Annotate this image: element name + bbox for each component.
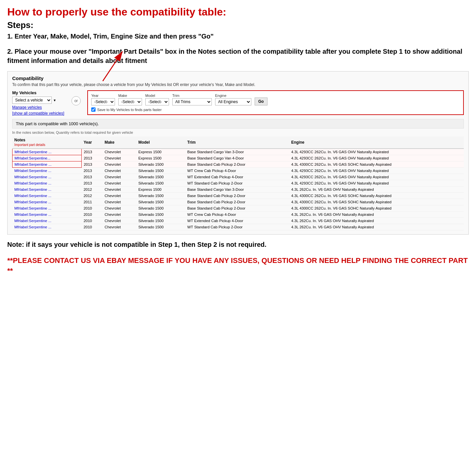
ymm-row: Year -Select- Make -Select- Model (91, 94, 460, 105)
cell-notes: Mfrlabel:Serpentine ... (13, 205, 82, 212)
cell-trim: Base Standard Cab Pickup 2-Door (185, 193, 290, 199)
trim-label: Trim (172, 94, 212, 98)
cell-make: Chevrolet (102, 180, 136, 186)
compat-note: In the notes section below, Quantity ref… (12, 130, 464, 134)
show-all-link[interactable]: [show all compatible vehicles] (12, 111, 65, 116)
cell-make: Chevrolet (102, 174, 136, 180)
table-body: Mfrlabel:Serpentine ... 2013 Chevrolet E… (13, 149, 464, 230)
cell-notes: Mfrlabel:Serpentine ... (13, 186, 82, 193)
cell-year: 2013 (82, 149, 103, 155)
my-vehicles-section: My Vehicles Select a vehicle ▼ Manage ve… (12, 90, 65, 116)
cell-engine: 4.3L 4293CC 262Cu. In. V6 GAS OHV Natura… (289, 155, 464, 161)
cell-model: Silverado 1500 (136, 224, 185, 230)
cell-trim: WT Extended Cab Pickup 4-Door (185, 218, 290, 224)
year-select[interactable]: -Select- (91, 98, 115, 105)
table-row: Mfrlabel:Serpentine ... 2010 Chevrolet S… (13, 205, 464, 212)
table-header-row: NotesImportant part details Year Make Mo… (13, 136, 464, 149)
cell-year: 2010 (82, 218, 103, 224)
table-row: Mfrlabel:Serpentine ... 2013 Chevrolet E… (13, 149, 464, 155)
cell-model: Silverado 1500 (136, 218, 185, 224)
cell-make: Chevrolet (102, 186, 136, 193)
cell-model: Silverado 1500 (136, 161, 185, 168)
contact-text: **PLEASE CONTACT US VIA EBAY MESSAGE IF … (7, 256, 469, 276)
table-row: Mfrlabel:Serpentine ... 2013 Chevrolet S… (13, 161, 464, 168)
cell-make: Chevrolet (102, 212, 136, 218)
compatibility-table: NotesImportant part details Year Make Mo… (12, 136, 464, 230)
table-row: Mfrlabel:Serpentine ... 2013 Chevrolet S… (13, 168, 464, 174)
cell-engine: 4.3L 4293CC 262Cu. In. V6 GAS OHV Natura… (289, 180, 464, 186)
model-col: Model -Select- (145, 94, 169, 105)
note-text: Note: if it says your vehicle is not com… (7, 240, 469, 249)
cell-model: Express 1500 (136, 155, 185, 161)
cell-year: 2012 (82, 193, 103, 199)
table-row: Mfrlabel:Serpentine ... 2010 Chevrolet S… (13, 218, 464, 224)
save-checkbox[interactable] (91, 107, 96, 112)
vehicles-row: My Vehicles Select a vehicle ▼ Manage ve… (12, 90, 464, 116)
make-col: Make -Select- (118, 94, 142, 105)
cell-engine: 4.3L 4300CC 262Cu. In. V6 GAS SOHC Natur… (289, 199, 464, 205)
main-title: How to properly use the compatibility ta… (7, 6, 469, 18)
go-button[interactable]: Go (255, 98, 267, 105)
cell-year: 2013 (82, 155, 103, 161)
cell-make: Chevrolet (102, 224, 136, 230)
make-select[interactable]: -Select- (118, 98, 142, 105)
cell-notes: Mfrlabel:Serpentine ... (13, 149, 82, 155)
dropdown-arrow-icon: ▼ (53, 99, 56, 102)
cell-make: Chevrolet (102, 193, 136, 199)
compat-title: Compatibility (12, 75, 464, 81)
cell-model: Silverado 1500 (136, 174, 185, 180)
cell-model: Express 1500 (136, 149, 185, 155)
manage-vehicles-link[interactable]: Manage vehicles (12, 105, 65, 110)
cell-engine: 4.3L 4293CC 262Cu. In. V6 GAS OHV Natura… (289, 168, 464, 174)
cell-year: 2012 (82, 186, 103, 193)
col-model: Model (136, 136, 185, 149)
select-vehicle-dropdown[interactable]: Select a vehicle (12, 97, 52, 104)
cell-year: 2010 (82, 212, 103, 218)
cell-model: Silverado 1500 (136, 180, 185, 186)
compat-desc: To confirm that this part fits your vehi… (12, 82, 464, 87)
cell-model: Silverado 1500 (136, 199, 185, 205)
year-label: Year (91, 94, 115, 98)
cell-notes: Mfrlabel:Serpentine ... (13, 193, 82, 199)
cell-engine: 4.3L 262Cu. In. V6 GAS OHV Naturally Asp… (289, 186, 464, 193)
cell-notes: Mfrlabel:Serpentine ... (13, 224, 82, 230)
cell-trim: WT Standard Cab Pickup 2-Door (185, 224, 290, 230)
make-label: Make (118, 94, 142, 98)
cell-trim: WT Crew Cab Pickup 4-Door (185, 212, 290, 218)
cell-year: 2013 (82, 174, 103, 180)
cell-year: 2013 (82, 161, 103, 168)
compatibility-container: Compatibility To confirm that this part … (7, 71, 469, 235)
cell-engine: 4.3L 262Cu. In. V6 GAS OHV Naturally Asp… (289, 224, 464, 230)
model-select[interactable]: -Select- (145, 98, 169, 105)
trim-select[interactable]: All Trims (172, 98, 212, 105)
cell-trim: WT Crew Cab Pickup 4-Door (185, 168, 290, 174)
table-row: Mfrlabel:Serpentine... 2013 Chevrolet Ex… (13, 155, 464, 161)
model-label: Model (145, 94, 169, 98)
cell-year: 2010 (82, 224, 103, 230)
cell-trim: Base Standard Cab Pickup 2-Door (185, 199, 290, 205)
cell-make: Chevrolet (102, 168, 136, 174)
save-label: Save to My Vehicles to finds parts faste… (97, 108, 162, 112)
engine-select[interactable]: All Engines (215, 98, 251, 105)
cell-model: Express 1500 (136, 186, 185, 193)
cell-engine: 4.3L 262Cu. In. V6 GAS OHV Naturally Asp… (289, 218, 464, 224)
cell-notes: Mfrlabel:Serpentine ... (13, 161, 82, 168)
step2-text: 2. Place your mouse over "Important Part… (7, 47, 469, 65)
cell-notes: Mfrlabel:Serpentine ... (13, 180, 82, 186)
cell-model: Silverado 1500 (136, 212, 185, 218)
notes-sub-header: Important part details (14, 143, 45, 147)
cell-notes: Mfrlabel:Serpentine ... (13, 174, 82, 180)
table-row: Mfrlabel:Serpentine ... 2010 Chevrolet S… (13, 212, 464, 218)
cell-notes: Mfrlabel:Serpentine... (13, 155, 82, 161)
table-row: Mfrlabel:Serpentine ... 2012 Chevrolet S… (13, 193, 464, 199)
steps-heading: Steps: (7, 20, 469, 30)
cell-trim: Base Standard Cargo Van 3-Door (185, 186, 290, 193)
trim-col: Trim All Trims (172, 94, 212, 105)
cell-make: Chevrolet (102, 218, 136, 224)
col-engine: Engine (289, 136, 464, 149)
engine-label: Engine (215, 94, 251, 98)
cell-make: Chevrolet (102, 161, 136, 168)
cell-year: 2013 (82, 168, 103, 174)
cell-engine: 4.3L 262Cu. In. V6 GAS OHV Naturally Asp… (289, 212, 464, 218)
step1-text: 1. Enter Year, Make, Model, Trim, Engine… (7, 32, 469, 41)
